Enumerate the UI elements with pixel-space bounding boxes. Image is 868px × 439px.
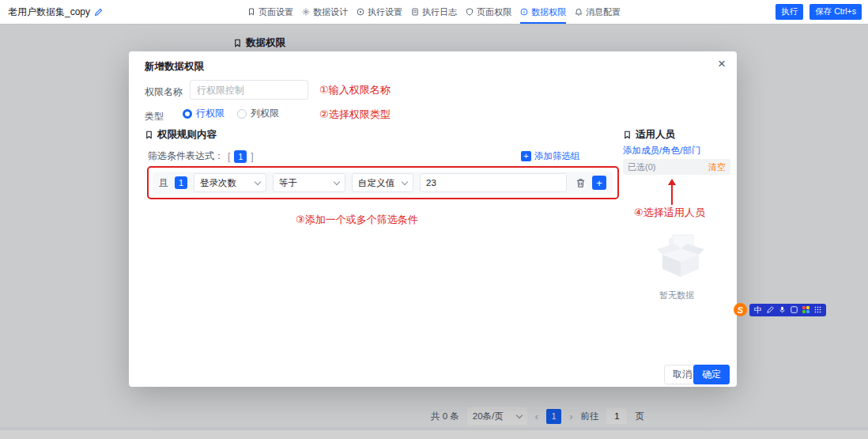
dataset-title: 老用户数据集_copy bbox=[8, 6, 90, 19]
add-condition-button[interactable]: + bbox=[592, 176, 606, 190]
bracket-open: [ bbox=[228, 151, 230, 162]
annotation-step4: ④选择适用人员 bbox=[634, 206, 705, 220]
radio-column-permission[interactable]: 列权限 bbox=[237, 107, 279, 120]
ime-language-toggle[interactable]: 中 bbox=[754, 306, 762, 314]
nav-item-page-settings[interactable]: 页面设置 bbox=[247, 0, 293, 24]
annotation-arrow-up-icon bbox=[671, 181, 673, 205]
close-icon[interactable]: × bbox=[718, 57, 726, 70]
ime-logo-icon[interactable]: S bbox=[734, 303, 747, 316]
nav-item-data-design[interactable]: 数据设计 bbox=[302, 0, 348, 24]
delete-condition-button[interactable] bbox=[576, 178, 586, 188]
nav-label: 数据权限 bbox=[531, 6, 566, 18]
people-section-title: 适用人员 bbox=[636, 128, 675, 142]
bookmark-icon bbox=[145, 131, 153, 139]
value-type-select-value: 自定义值 bbox=[358, 177, 394, 189]
nav-label: 页面设置 bbox=[259, 6, 293, 18]
nav-item-message-config[interactable]: 消息配置 bbox=[575, 0, 621, 24]
topbar-nav: 页面设置 数据设计 执行设置 执行日志 页面权限 数据权限 消息配置 bbox=[247, 0, 621, 24]
radio-checked-icon bbox=[183, 109, 192, 119]
filter-expression-row: 筛选条件表达式： [ 1 ] bbox=[148, 149, 254, 163]
document-icon bbox=[411, 8, 419, 16]
value-type-select[interactable]: 自定义值 bbox=[352, 173, 413, 192]
nav-item-exec-settings[interactable]: 执行设置 bbox=[357, 0, 402, 24]
type-radio-group: 行权限 列权限 bbox=[183, 107, 279, 120]
expression-group-badge: 1 bbox=[234, 150, 247, 163]
nav-label: 页面权限 bbox=[477, 6, 511, 18]
skin-icon[interactable] bbox=[802, 306, 810, 313]
people-section-header: 适用人员 bbox=[623, 128, 675, 142]
add-filter-group-label: 添加筛选组 bbox=[534, 150, 580, 162]
operator-select[interactable]: 等于 bbox=[273, 173, 345, 192]
annotation-step1: ①输入权限名称 bbox=[319, 83, 391, 97]
annotation-highlight-box: 且 1 登录次数 等于 自定义值 + bbox=[147, 166, 619, 199]
ime-pill: 中 bbox=[749, 304, 826, 316]
add-filter-group-button[interactable]: + 添加筛选组 bbox=[521, 150, 580, 162]
confirm-button[interactable]: 确定 bbox=[693, 365, 730, 384]
shield-icon bbox=[466, 8, 474, 16]
rules-section-title: 权限规则内容 bbox=[157, 128, 217, 142]
rules-section-header: 权限规则内容 bbox=[145, 128, 217, 142]
run-button[interactable]: 执行 bbox=[776, 4, 803, 20]
ime-toolbar: S 中 bbox=[734, 303, 826, 316]
plus-icon: + bbox=[521, 151, 531, 161]
nav-item-data-permission[interactable]: 数据权限 bbox=[520, 0, 566, 24]
bookmark-icon bbox=[623, 131, 632, 139]
add-data-permission-modal: 新增数据权限 × 权限名称 ①输入权限名称 类型 行权限 列权限 ②选择权限类型… bbox=[129, 51, 737, 387]
nav-item-page-permission[interactable]: 页面权限 bbox=[466, 0, 511, 24]
selected-count: 已选(0) bbox=[628, 161, 655, 173]
add-members-link[interactable]: 添加成员/角色/部门 bbox=[623, 145, 700, 157]
radio-label: 列权限 bbox=[251, 107, 279, 120]
nav-label: 数据设计 bbox=[313, 6, 348, 18]
chevron-down-icon bbox=[402, 178, 408, 184]
bookmark-icon bbox=[247, 8, 255, 16]
permission-name-label: 权限名称 bbox=[145, 85, 183, 99]
chevron-down-icon bbox=[334, 178, 340, 184]
modal-title: 新增数据权限 bbox=[145, 60, 204, 74]
pen-icon[interactable] bbox=[767, 306, 774, 313]
info-circle-icon bbox=[520, 8, 528, 16]
topbar: 老用户数据集_copy 页面设置 数据设计 执行设置 执行日志 页面权限 数据权… bbox=[0, 0, 868, 24]
empty-box-icon bbox=[656, 234, 705, 280]
condition-value-input[interactable] bbox=[420, 173, 567, 192]
type-label: 类型 bbox=[145, 110, 164, 123]
conjunction-label: 且 bbox=[159, 176, 168, 190]
condition-index-badge: 1 bbox=[175, 176, 187, 189]
empty-state-text: 暂无数据 bbox=[623, 290, 730, 301]
nav-label: 执行日志 bbox=[422, 6, 457, 18]
emoji-panel-icon[interactable] bbox=[791, 306, 798, 313]
more-grid-icon[interactable] bbox=[814, 306, 821, 313]
gear-icon bbox=[302, 8, 310, 16]
selected-bar: 已选(0) 清空 bbox=[623, 159, 730, 175]
operator-select-value: 等于 bbox=[279, 177, 297, 189]
play-circle-icon bbox=[357, 8, 364, 16]
bell-icon bbox=[575, 8, 583, 16]
edit-icon[interactable] bbox=[94, 8, 103, 17]
expression-label: 筛选条件表达式： bbox=[148, 149, 224, 163]
annotation-step2: ②选择权限类型 bbox=[319, 108, 391, 122]
annotation-step3: ③添加一个或多个筛选条件 bbox=[296, 213, 418, 227]
chevron-down-icon bbox=[255, 178, 261, 184]
field-select-value: 登录次数 bbox=[200, 177, 236, 189]
save-button[interactable]: 保存 Ctrl+s bbox=[810, 4, 862, 20]
mic-icon[interactable] bbox=[779, 306, 786, 313]
trash-icon bbox=[576, 178, 586, 188]
radio-unchecked-icon bbox=[237, 109, 247, 119]
radio-label: 行权限 bbox=[196, 107, 225, 120]
nav-item-exec-log[interactable]: 执行日志 bbox=[411, 0, 457, 24]
radio-row-permission[interactable]: 行权限 bbox=[183, 107, 225, 120]
topbar-actions: 执行 保存 Ctrl+s bbox=[776, 4, 862, 20]
nav-label: 执行设置 bbox=[368, 6, 402, 18]
permission-name-input[interactable] bbox=[190, 80, 308, 100]
field-select[interactable]: 登录次数 bbox=[194, 173, 266, 192]
bracket-close: ] bbox=[251, 151, 253, 162]
empty-state-illustration bbox=[656, 234, 705, 280]
clear-selection-link[interactable]: 清空 bbox=[708, 161, 726, 173]
nav-label: 消息配置 bbox=[586, 6, 621, 18]
filter-condition-row: 且 1 登录次数 等于 自定义值 + bbox=[153, 172, 613, 194]
dataset-title-group: 老用户数据集_copy bbox=[8, 0, 103, 24]
